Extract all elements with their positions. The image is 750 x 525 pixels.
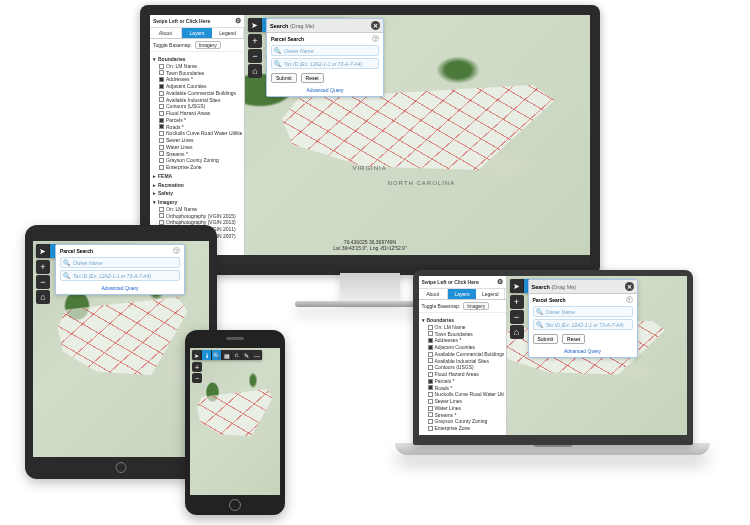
- layer-checkbox[interactable]: [159, 70, 164, 75]
- advanced-query-link[interactable]: Advanced Query: [267, 85, 383, 96]
- tax-id-input[interactable]: 🔍 Tax ID (Ex: 12A2-1-1 or 73-A-7-A4): [271, 58, 379, 69]
- search-header[interactable]: Search (Drag Me) ✕: [267, 19, 383, 33]
- layer-group[interactable]: ▾Imagery: [153, 199, 242, 206]
- zoom-out-button[interactable]: −: [36, 275, 50, 289]
- owner-name-input[interactable]: 🔍 Owner Name: [60, 257, 180, 268]
- help-icon[interactable]: ?: [626, 296, 633, 303]
- basemap-select[interactable]: Imagery: [195, 41, 221, 49]
- pointer-icon[interactable]: ➤: [36, 244, 50, 258]
- search-icon[interactable]: 🔍: [212, 350, 222, 360]
- search-panel[interactable]: Parcel Search ? 🔍 Owner Name 🔍 Tax ID (E…: [55, 244, 185, 295]
- layer-checkbox[interactable]: [159, 138, 164, 143]
- layer-row[interactable]: Water Lines: [159, 144, 242, 151]
- layer-checkbox[interactable]: [428, 331, 433, 336]
- layer-row[interactable]: Town Boundaries: [428, 331, 504, 338]
- tab-legend[interactable]: Legend: [476, 289, 505, 299]
- close-icon[interactable]: ✕: [625, 282, 634, 291]
- layer-checkbox[interactable]: [159, 145, 164, 150]
- zoom-in-button[interactable]: +: [192, 362, 202, 372]
- sidebar-header[interactable]: Swipe Left or Click Here ⚙: [150, 15, 244, 28]
- layer-checkbox[interactable]: [159, 165, 164, 170]
- layer-row[interactable]: Streams *: [159, 151, 242, 158]
- layer-checkbox[interactable]: [159, 104, 164, 109]
- layer-row[interactable]: Enterprise Zone: [159, 164, 242, 171]
- layer-checkbox[interactable]: [428, 365, 433, 370]
- zoom-in-button[interactable]: +: [510, 295, 524, 309]
- phone-home-button[interactable]: [229, 499, 241, 511]
- layer-group[interactable]: ▸FEMA: [422, 434, 504, 435]
- layer-row[interactable]: Contours (USGS): [428, 364, 504, 371]
- layer-row[interactable]: Addresses *: [428, 337, 504, 344]
- layer-row[interactable]: Parcels *: [159, 117, 242, 124]
- layer-row[interactable]: Addresses *: [159, 76, 242, 83]
- layer-checkbox[interactable]: [428, 426, 433, 431]
- zoom-out-button[interactable]: −: [248, 49, 262, 63]
- layer-checkbox[interactable]: [159, 207, 164, 212]
- layer-checkbox[interactable]: [159, 158, 164, 163]
- layer-row[interactable]: Available Commercial Buildings: [159, 90, 242, 97]
- owner-name-input[interactable]: 🔍 Owner Name: [271, 45, 379, 56]
- layer-row[interactable]: Flood Hazard Areas: [428, 371, 504, 378]
- owner-name-input[interactable]: 🔍 Owner Name: [533, 306, 633, 317]
- layer-row[interactable]: Roads *: [159, 124, 242, 131]
- help-icon[interactable]: ?: [372, 35, 379, 42]
- layer-group[interactable]: ▾Boundaries: [422, 317, 504, 324]
- layer-row[interactable]: Parcels *: [428, 378, 504, 385]
- layer-row[interactable]: On: LM Name: [159, 63, 242, 70]
- layer-checkbox[interactable]: [159, 151, 164, 156]
- layer-row[interactable]: Grayson County Zoning: [428, 418, 504, 425]
- more-icon[interactable]: ⋯: [252, 350, 262, 360]
- layer-group[interactable]: ▸Recreation: [153, 182, 242, 189]
- help-icon[interactable]: ?: [173, 247, 180, 254]
- zoom-out-button[interactable]: −: [192, 373, 202, 383]
- home-extent-button[interactable]: ⌂: [36, 290, 50, 304]
- layer-row[interactable]: Streams *: [428, 412, 504, 419]
- layer-row[interactable]: On: LM Name: [428, 324, 504, 331]
- layer-group[interactable]: ▾Boundaries: [153, 56, 242, 63]
- layer-checkbox[interactable]: [159, 131, 164, 136]
- layer-checkbox[interactable]: [159, 97, 164, 102]
- layer-row[interactable]: Enterprise Zone: [428, 425, 504, 432]
- layer-checkbox[interactable]: [428, 419, 433, 424]
- layer-group[interactable]: ▸Safety: [153, 190, 242, 197]
- layer-checkbox[interactable]: [428, 412, 433, 417]
- layer-checkbox[interactable]: [428, 392, 433, 397]
- submit-button[interactable]: Submit: [533, 334, 559, 344]
- layer-checkbox[interactable]: [159, 124, 164, 129]
- layer-checkbox[interactable]: [159, 111, 164, 116]
- layer-checkbox[interactable]: [428, 338, 433, 343]
- tax-id-input[interactable]: 🔍 Tax ID (Ex: 12A2-1-1 or 73-A-7-A4): [60, 270, 180, 281]
- layer-row[interactable]: Nuckolls Curve Road Water Utilities: [428, 391, 504, 398]
- measure-icon[interactable]: ⎌: [232, 350, 242, 360]
- layer-row[interactable]: Town Boundaries: [159, 70, 242, 77]
- layer-row[interactable]: Orthophotography (VGIN 2015): [159, 213, 242, 220]
- tax-id-input[interactable]: 🔍 Tax ID (Ex: 12A2-1-1 or 73-A-7-A4): [533, 319, 633, 330]
- layer-checkbox[interactable]: [428, 345, 433, 350]
- pointer-icon[interactable]: ➤: [192, 350, 202, 360]
- pointer-icon[interactable]: ➤: [510, 279, 524, 293]
- gear-icon[interactable]: ⚙: [235, 17, 241, 25]
- tab-about[interactable]: About: [150, 28, 182, 38]
- layer-group[interactable]: ▸FEMA: [153, 173, 242, 180]
- zoom-in-button[interactable]: +: [248, 34, 262, 48]
- layer-checkbox[interactable]: [428, 372, 433, 377]
- layer-checkbox[interactable]: [428, 352, 433, 357]
- layer-row[interactable]: Available Commercial Buildings: [428, 351, 504, 358]
- layer-row[interactable]: Water Lines: [428, 405, 504, 412]
- layer-checkbox[interactable]: [428, 385, 433, 390]
- tab-layers[interactable]: Layers: [448, 289, 476, 299]
- layer-checkbox[interactable]: [428, 325, 433, 330]
- home-extent-button[interactable]: ⌂: [248, 64, 262, 78]
- pointer-icon[interactable]: ➤: [248, 18, 262, 32]
- search-header[interactable]: Search (Drag Me) ✕: [529, 280, 637, 294]
- reset-button[interactable]: Reset: [562, 334, 585, 344]
- layer-row[interactable]: Flood Hazard Areas: [159, 110, 242, 117]
- tablet-home-button[interactable]: [116, 462, 127, 473]
- layer-row[interactable]: Sewer Lines: [428, 398, 504, 405]
- layer-row[interactable]: On: LM Name: [159, 206, 242, 213]
- layer-checkbox[interactable]: [159, 84, 164, 89]
- home-extent-button[interactable]: ⌂: [510, 325, 524, 339]
- layer-checkbox[interactable]: [428, 358, 433, 363]
- zoom-in-button[interactable]: +: [36, 260, 50, 274]
- zoom-out-button[interactable]: −: [510, 310, 524, 324]
